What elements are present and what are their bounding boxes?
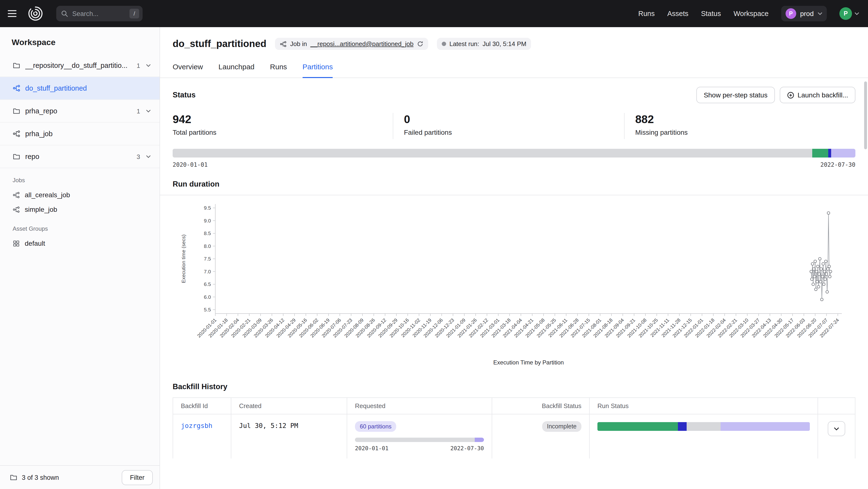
- y-tick-label: 5.5: [204, 307, 211, 312]
- latest-run-label: Latest run:: [449, 40, 479, 47]
- sidebar-item-do-stuff-partitioned[interactable]: do_stuff_partitioned: [0, 77, 159, 100]
- data-point[interactable]: [828, 265, 830, 268]
- job-pill-link[interactable]: __reposi...artitioned@partitioned_job: [310, 40, 413, 47]
- col-header-actions: [818, 398, 855, 414]
- plus-circle-icon: [787, 91, 794, 99]
- data-point[interactable]: [818, 272, 820, 275]
- deployment-label: prod: [800, 10, 814, 18]
- status-section-title: Status: [173, 91, 196, 99]
- data-point[interactable]: [824, 260, 827, 263]
- data-point[interactable]: [814, 260, 816, 263]
- deployment-avatar: P: [785, 8, 796, 19]
- topbar-nav-assets[interactable]: Assets: [667, 10, 688, 18]
- search-box[interactable]: /: [56, 6, 143, 21]
- backfill-id-link[interactable]: jozrgsbh: [181, 422, 212, 429]
- chevron-down-icon[interactable]: [146, 64, 151, 67]
- partition-range-start: 2020-01-01: [173, 161, 208, 168]
- chevron-down-icon[interactable]: [146, 155, 151, 158]
- page-title: do_stuff_partitioned: [173, 38, 267, 50]
- sidebar-item-default-asset-group[interactable]: default: [0, 236, 159, 251]
- data-point[interactable]: [823, 270, 826, 273]
- run-status-bar[interactable]: [597, 422, 810, 431]
- main-content: do_stuff_partitioned Job in __reposi...a…: [160, 27, 868, 489]
- data-point[interactable]: [814, 288, 817, 291]
- data-point[interactable]: [827, 267, 829, 270]
- topbar-nav: Runs Assets Status Workspace P prod P: [638, 6, 860, 21]
- data-point[interactable]: [811, 262, 814, 265]
- partition-status-bar[interactable]: [173, 149, 856, 158]
- refresh-icon[interactable]: [417, 41, 423, 47]
- expand-row-button[interactable]: [828, 421, 845, 436]
- tab-partitions[interactable]: Partitions: [303, 63, 333, 78]
- data-point[interactable]: [816, 280, 818, 283]
- job-pill-prefix: Job in: [290, 40, 307, 47]
- data-point[interactable]: [822, 262, 825, 265]
- sidebar-item-simple-job[interactable]: simple_job: [0, 202, 159, 217]
- dagster-logo-icon[interactable]: [27, 5, 44, 22]
- status-bar-segment: [831, 149, 856, 158]
- status-bar-segment: [687, 422, 721, 431]
- data-point[interactable]: [810, 278, 813, 280]
- tab-runs[interactable]: Runs: [270, 63, 287, 77]
- job-icon: [12, 84, 20, 92]
- run-duration-chart: 5.56.06.57.07.58.08.59.09.52020-01-01202…: [173, 197, 855, 368]
- sidebar-item-prha-repo[interactable]: prha_repo 1: [0, 100, 159, 123]
- sidebar-item-prha-job[interactable]: prha_job: [0, 123, 159, 145]
- deployment-switcher[interactable]: P prod: [781, 6, 827, 21]
- data-point[interactable]: [819, 280, 822, 283]
- data-point[interactable]: [812, 267, 815, 270]
- data-point[interactable]: [812, 283, 814, 286]
- data-point[interactable]: [816, 265, 819, 268]
- latest-run-time[interactable]: Jul 30, 5:14 PM: [483, 40, 526, 47]
- user-menu[interactable]: P: [839, 7, 859, 20]
- stat-value: 0: [404, 113, 624, 126]
- sidebar-item-repository-do-stuff[interactable]: __repository__do_stuff_partitio... 1: [0, 54, 159, 77]
- main-scrollbar[interactable]: [864, 82, 867, 149]
- item-count-badge: 3: [137, 153, 140, 160]
- data-point[interactable]: [824, 278, 827, 280]
- topbar-nav-status[interactable]: Status: [701, 10, 721, 18]
- filter-button[interactable]: Filter: [122, 470, 153, 485]
- asset-group-icon: [12, 240, 20, 247]
- data-point[interactable]: [827, 211, 830, 214]
- sidebar-item-all-cereals-job[interactable]: all_cereals_job: [0, 188, 159, 202]
- data-point[interactable]: [818, 257, 821, 260]
- sidebar-item-repo[interactable]: repo 3: [0, 145, 159, 168]
- job-icon: [12, 206, 20, 213]
- launch-backfill-button[interactable]: Launch backfill...: [779, 87, 856, 103]
- topbar-nav-workspace[interactable]: Workspace: [734, 10, 769, 18]
- data-point[interactable]: [829, 275, 831, 278]
- menu-icon[interactable]: [8, 6, 22, 21]
- sidebar-item-label: do_stuff_partitioned: [25, 84, 151, 92]
- topbar-nav-runs[interactable]: Runs: [638, 10, 655, 18]
- chevron-down-icon[interactable]: [146, 109, 151, 112]
- topbar: / Runs Assets Status Workspace P prod P: [0, 0, 868, 27]
- data-point[interactable]: [813, 275, 816, 278]
- sidebar-item-label: prha_job: [25, 130, 151, 138]
- show-per-step-status-button[interactable]: Show per-step status: [696, 87, 775, 103]
- data-point[interactable]: [821, 275, 824, 278]
- data-point[interactable]: [820, 298, 823, 301]
- data-point[interactable]: [829, 270, 832, 273]
- data-point[interactable]: [820, 267, 823, 270]
- stat-label: Missing partitions: [635, 128, 856, 139]
- data-point[interactable]: [815, 270, 818, 273]
- y-tick-label: 8.0: [204, 243, 211, 249]
- data-point[interactable]: [810, 270, 812, 273]
- y-tick-label: 6.5: [204, 281, 211, 287]
- stat-value: 882: [635, 113, 856, 126]
- col-header-requested: Requested: [347, 398, 492, 414]
- data-point[interactable]: [826, 291, 829, 293]
- tab-launchpad[interactable]: Launchpad: [218, 63, 255, 77]
- data-point[interactable]: [825, 272, 828, 275]
- status-bar-segment: [678, 422, 687, 431]
- data-point[interactable]: [823, 283, 825, 286]
- job-pill: Job in __reposi...artitioned@partitioned…: [275, 38, 428, 50]
- sidebar-section-asset-groups: Asset Groups: [0, 217, 159, 236]
- launch-backfill-label: Launch backfill...: [798, 91, 848, 99]
- data-point[interactable]: [817, 286, 820, 288]
- requested-range-end: 2022-07-30: [451, 445, 484, 452]
- search-input[interactable]: [71, 9, 126, 18]
- requested-partitions-chip[interactable]: 60 partitions: [355, 421, 396, 432]
- tab-overview[interactable]: Overview: [173, 63, 203, 77]
